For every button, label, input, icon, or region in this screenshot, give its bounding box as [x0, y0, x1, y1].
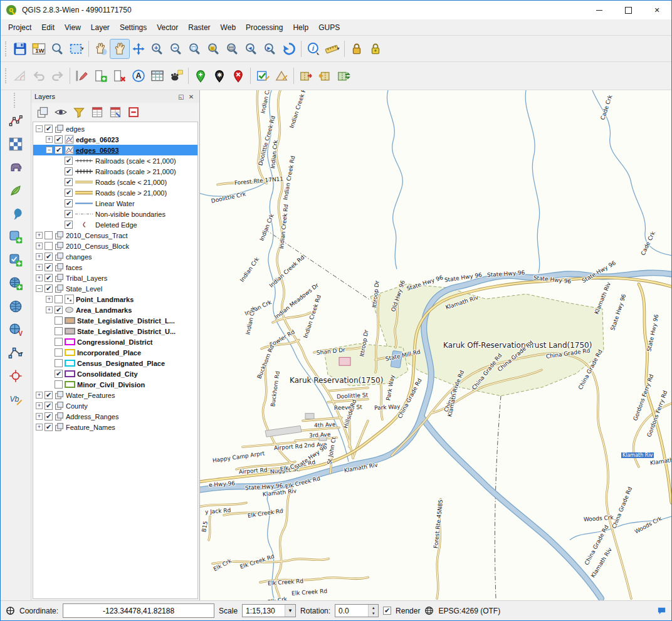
layer-row-county[interactable]: +✔County [33, 400, 197, 411]
menu-layer[interactable]: Layer [86, 21, 115, 34]
layer-row-point-landmarks[interactable]: +Point_Landmarks [33, 294, 197, 305]
layer-visibility-checkbox[interactable] [55, 348, 63, 357]
panel-float-button[interactable]: ◱ [176, 92, 186, 101]
zoom-to-selection-button[interactable]: ▣ [204, 39, 223, 58]
select-features-button[interactable]: ▾ [67, 39, 86, 58]
toolbar-handle[interactable] [5, 41, 9, 56]
layer-row-area-landmarks[interactable]: +✔Area_Landmarks [33, 305, 197, 315]
layer-visibility-checkbox[interactable]: ✔ [65, 199, 73, 207]
layer-visibility-checkbox[interactable] [55, 295, 63, 303]
expand-icon[interactable]: + [36, 232, 43, 239]
touch-zoom-button[interactable] [92, 39, 110, 58]
layer-visibility-checkbox[interactable]: ✔ [65, 178, 73, 186]
menu-vector[interactable]: Vector [152, 21, 183, 34]
expand-icon[interactable]: + [36, 392, 43, 399]
layer-row-linear-water[interactable]: ✔Linear Water [33, 198, 197, 209]
add-mssql-layer-button[interactable] [6, 204, 26, 224]
toolbar-handle[interactable] [14, 93, 18, 108]
collapse-icon[interactable]: − [46, 147, 53, 154]
cad-tools-button[interactable] [11, 66, 29, 85]
layer-visibility-checkbox[interactable]: ✔ [65, 189, 73, 197]
layer-visibility-checkbox[interactable]: ✔ [45, 125, 53, 133]
dropdown-arrow-icon[interactable]: ▾ [81, 46, 83, 51]
layer-row-roads-scale-21-000[interactable]: ✔Roads (scale < 21,000) [33, 177, 197, 187]
layer-row-deleted-edge[interactable]: ✔Deleted Edge [33, 219, 197, 230]
digitize-line-button[interactable] [6, 111, 26, 131]
layer-visibility-checkbox[interactable]: ✔ [45, 391, 53, 399]
zoom-actual-size-button[interactable] [48, 39, 67, 58]
add-postgis-layer-button[interactable] [6, 157, 26, 177]
remove-layer-button[interactable] [125, 104, 142, 120]
map-canvas[interactable]: Indian CrkIndian Creek RdIndian CrkDooli… [200, 90, 671, 600]
layer-visibility-checkbox[interactable] [55, 327, 63, 335]
export-package-button[interactable] [315, 66, 334, 85]
layer-visibility-checkbox[interactable]: ✔ [45, 412, 53, 420]
delete-point-feature-button[interactable] [229, 66, 248, 85]
expand-icon[interactable]: + [36, 274, 43, 281]
import-package-button[interactable] [297, 66, 315, 85]
layer-visibility-checkbox[interactable]: ✔ [55, 135, 63, 144]
pan-map-button[interactable] [110, 39, 129, 58]
layer-row-state-legislative-district-u[interactable]: State_Legislative_District_U... [33, 326, 197, 337]
layer-row-faces[interactable]: +✔faces [33, 262, 197, 273]
layer-visibility-checkbox[interactable] [55, 316, 63, 325]
render-checkbox[interactable]: ✔ [383, 607, 391, 615]
menu-project[interactable]: Project [3, 21, 36, 34]
layer-row-feature-names[interactable]: +✔Feature_Names [33, 422, 197, 432]
layer-row-changes[interactable]: +✔changes [33, 251, 197, 262]
menu-web[interactable]: Web [216, 21, 241, 34]
minimize-button[interactable] [585, 1, 614, 19]
simplify-feature-button[interactable] [272, 66, 291, 85]
collapse-icon[interactable]: − [36, 125, 43, 132]
layer-row-2010-census-block[interactable]: +2010_Census_Block [33, 241, 197, 251]
zoom-out-button[interactable]: − [167, 39, 186, 58]
crs-globe-icon[interactable] [424, 606, 434, 615]
layer-row-non-visible-boundaries[interactable]: ✔Non-visible boundaries [33, 209, 197, 219]
layer-row-incorporated-place[interactable]: Incorporated_Place [33, 347, 197, 358]
expand-icon[interactable]: + [36, 253, 43, 260]
layer-visibility-checkbox[interactable]: ✔ [55, 146, 63, 154]
collapse-icon[interactable]: − [36, 285, 43, 292]
menu-settings[interactable]: Settings [115, 21, 152, 34]
pan-to-selection-button[interactable] [129, 39, 148, 58]
dropdown-arrow-icon[interactable]: ▾ [20, 350, 23, 356]
lock-extent-button[interactable] [366, 39, 385, 58]
filter-by-map-button[interactable] [89, 104, 105, 120]
scale-combobox[interactable]: 1:15,130 ▼ [242, 604, 296, 617]
raster-tools-button[interactable] [6, 134, 26, 154]
close-button[interactable]: ✕ [643, 1, 671, 19]
layer-visibility-checkbox[interactable] [55, 380, 63, 389]
rotation-spinbox[interactable]: 0.0 ▲ ▼ [335, 604, 379, 617]
zoom-next-button[interactable]: ▸ [261, 39, 280, 58]
layer-row-edges-06023[interactable]: +✔edges_06023 [33, 134, 197, 145]
node-tool-button[interactable]: ▾ [6, 343, 26, 363]
layer-row-state-level[interactable]: −✔State_Level [33, 283, 197, 294]
rotation-down-button[interactable]: ▼ [369, 611, 378, 617]
layer-row-roads-scale-21-000[interactable]: ✔Roads (scale > 21,000) [33, 187, 197, 198]
coordinate-capture-icon[interactable] [6, 606, 15, 615]
menu-gups[interactable]: GUPS [313, 21, 345, 34]
layer-row-water-features[interactable]: +✔Water_Features [33, 390, 197, 400]
redo-button[interactable] [48, 66, 67, 85]
add-wcs-layer-button[interactable] [6, 296, 26, 316]
toolbar-handle[interactable] [5, 68, 9, 83]
text-annotation-button[interactable]: A [129, 66, 148, 85]
layer-row-consolidated-city[interactable]: ✔Consolidated_City [33, 368, 197, 379]
menu-view[interactable]: View [60, 21, 86, 34]
manage-visibility-button[interactable] [53, 104, 69, 120]
layer-row-railroads-scale-21-000[interactable]: ✔Railroads (scale > 21,000) [33, 166, 197, 177]
coordinate-input[interactable] [63, 603, 214, 618]
add-point-feature-button[interactable] [191, 66, 210, 85]
add-vector-layer-button[interactable] [6, 227, 26, 247]
layer-visibility-checkbox[interactable]: ✔ [45, 284, 53, 293]
layer-visibility-checkbox[interactable] [45, 231, 53, 239]
identify-features-button[interactable]: i [304, 39, 323, 58]
label-tool-button[interactable]: Vb [6, 389, 26, 409]
layer-visibility-checkbox[interactable]: ✔ [45, 402, 53, 410]
add-wms-layer-button[interactable] [6, 273, 26, 293]
expand-icon[interactable]: + [46, 296, 53, 303]
layer-row-address-ranges[interactable]: +✔Address_Ranges [33, 411, 197, 422]
move-point-feature-button[interactable]: ✱ [210, 66, 229, 85]
delete-selected-button[interactable] [110, 66, 129, 85]
layer-visibility-checkbox[interactable]: ✔ [65, 157, 73, 165]
